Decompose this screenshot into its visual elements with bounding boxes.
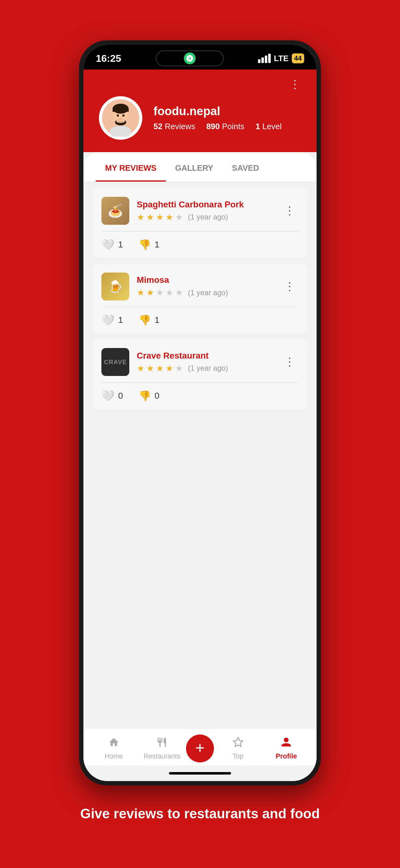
level-stat: 1 Level — [256, 122, 281, 131]
svg-point-9 — [116, 119, 125, 123]
thumbsdown-icon-2: 👎 — [139, 314, 151, 326]
signal-bars — [258, 54, 271, 63]
nav-restaurants[interactable]: Restaurants — [138, 737, 186, 760]
dislike-count-1: 1 — [155, 240, 160, 250]
dynamic-island — [156, 50, 224, 66]
like-button-3[interactable]: 🤍 0 — [101, 390, 123, 402]
svg-point-6 — [123, 115, 125, 117]
like-button-1[interactable]: 🤍 1 — [101, 239, 123, 251]
heart-icon-2: 🤍 — [101, 314, 114, 326]
dislike-button-3[interactable]: 👎 0 — [139, 390, 160, 402]
review-text-area-1: Spaghetti Carbonara Pork ★ ★ ★ ★ ★ (1 ye… — [137, 199, 273, 222]
profile-stats: 52 Reviews 890 Points 1 Level — [154, 122, 301, 131]
review-title-3[interactable]: Crave Restaurant — [137, 351, 273, 361]
bottom-nav: Home Restaurants + Top — [84, 728, 316, 766]
thumbsdown-icon-3: 👎 — [139, 390, 151, 402]
review-text-area-2: Mimosa ★ ★ ★ ★ ★ (1 year ago) — [137, 275, 273, 298]
home-bar — [169, 772, 231, 775]
review-reactions-2: 🤍 1 👎 1 — [93, 307, 307, 333]
points-stat: 890 Points — [206, 122, 244, 131]
review-top-1: 🍝 Spaghetti Carbonara Pork ★ ★ ★ ★ ★ (1 … — [93, 188, 307, 225]
like-count-2: 1 — [118, 315, 123, 325]
dislike-count-2: 1 — [155, 315, 160, 325]
review-menu-icon-3[interactable]: ⋮ — [281, 355, 299, 369]
phone-shell: 16:25 LTE 44 — [79, 40, 321, 785]
review-top-3: CRAVE Crave Restaurant ★ ★ ★ ★ ★ (1 year… — [93, 339, 307, 376]
heart-icon-1: 🤍 — [101, 239, 114, 251]
dislike-button-2[interactable]: 👎 1 — [139, 314, 160, 326]
profile-icon — [280, 737, 292, 750]
heart-icon-3: 🤍 — [101, 390, 114, 402]
dislike-count-3: 0 — [155, 391, 160, 401]
review-card: 🍝 Spaghetti Carbonara Pork ★ ★ ★ ★ ★ (1 … — [93, 188, 307, 258]
review-card-2: 🍺 Mimosa ★ ★ ★ ★ ★ (1 year ago) — [93, 264, 307, 333]
status-right: LTE 44 — [258, 53, 304, 63]
review-menu-icon-1[interactable]: ⋮ — [281, 204, 299, 217]
lte-label: LTE — [274, 54, 288, 63]
time-ago-3: (1 year ago) — [188, 364, 228, 373]
stars-row-3: ★ ★ ★ ★ ★ (1 year ago) — [137, 363, 273, 373]
stars-row-1: ★ ★ ★ ★ ★ (1 year ago) — [137, 212, 273, 222]
time-ago-1: (1 year ago) — [188, 213, 228, 221]
profile-username: foodu.nepal — [154, 104, 301, 118]
tabs-row: MY REVIEWS GALLERY SAVED — [84, 152, 316, 182]
review-title-1[interactable]: Spaghetti Carbonara Pork — [137, 199, 273, 210]
tab-saved[interactable]: SAVED — [223, 152, 269, 182]
nav-top[interactable]: Top — [214, 737, 262, 760]
plus-icon: + — [195, 740, 205, 756]
profile-header: ⋮ — [84, 69, 316, 152]
profile-info-row: foodu.nepal 52 Reviews 890 Points 1 L — [99, 96, 301, 140]
review-card-3: CRAVE Crave Restaurant ★ ★ ★ ★ ★ (1 year… — [93, 339, 307, 409]
restaurants-icon — [156, 737, 167, 750]
top-icon — [233, 737, 244, 750]
restaurants-label: Restaurants — [143, 752, 180, 760]
status-time: 16:25 — [96, 53, 121, 64]
reviews-stat: 52 Reviews — [154, 122, 195, 131]
review-image-1: 🍝 — [101, 197, 129, 225]
phone-inner: 16:25 LTE 44 — [84, 45, 316, 781]
nav-profile[interactable]: Profile — [262, 737, 311, 760]
content-area: MY REVIEWS GALLERY SAVED 🍝 — [84, 152, 316, 781]
profile-details: foodu.nepal 52 Reviews 890 Points 1 L — [154, 104, 301, 131]
thumbsdown-icon-1: 👎 — [139, 239, 151, 251]
avatar — [99, 96, 142, 140]
stars-row-2: ★ ★ ★ ★ ★ (1 year ago) — [137, 287, 273, 298]
svg-point-7 — [120, 118, 122, 119]
review-image-2: 🍺 — [101, 273, 129, 301]
svg-marker-10 — [233, 738, 243, 747]
dislike-button-1[interactable]: 👎 1 — [139, 239, 160, 251]
svg-rect-4 — [112, 108, 129, 112]
time-ago-2: (1 year ago) — [188, 288, 228, 297]
header-top-row: ⋮ — [99, 79, 301, 90]
home-indicator — [84, 766, 316, 781]
review-menu-icon-2[interactable]: ⋮ — [281, 280, 299, 293]
more-options-icon[interactable]: ⋮ — [289, 79, 301, 90]
svg-point-5 — [117, 115, 119, 117]
review-reactions-3: 🤍 0 👎 0 — [93, 383, 307, 409]
dynamic-island-icon — [184, 53, 196, 64]
review-top-2: 🍺 Mimosa ★ ★ ★ ★ ★ (1 year ago) — [93, 264, 307, 301]
reviews-list: 🍝 Spaghetti Carbonara Pork ★ ★ ★ ★ ★ (1 … — [84, 182, 316, 728]
add-review-button[interactable]: + — [186, 735, 214, 763]
tab-gallery[interactable]: GALLERY — [166, 152, 223, 182]
like-count-3: 0 — [118, 391, 123, 401]
home-label: Home — [104, 752, 123, 760]
like-count-1: 1 — [118, 240, 123, 250]
top-label: Top — [233, 752, 243, 760]
nav-home[interactable]: Home — [90, 737, 138, 760]
review-text-area-3: Crave Restaurant ★ ★ ★ ★ ★ (1 year ago) — [137, 351, 273, 373]
bottom-caption: Give reviews to restaurants and food — [49, 804, 351, 823]
review-image-3: CRAVE — [101, 348, 129, 376]
like-button-2[interactable]: 🤍 1 — [101, 314, 123, 326]
battery-badge: 44 — [292, 53, 304, 63]
profile-label: Profile — [276, 752, 297, 760]
tab-my-reviews[interactable]: MY REVIEWS — [96, 152, 166, 182]
status-bar: 16:25 LTE 44 — [84, 45, 316, 69]
review-reactions-1: 🤍 1 👎 1 — [93, 231, 307, 258]
review-title-2[interactable]: Mimosa — [137, 275, 273, 285]
home-icon — [108, 737, 120, 750]
